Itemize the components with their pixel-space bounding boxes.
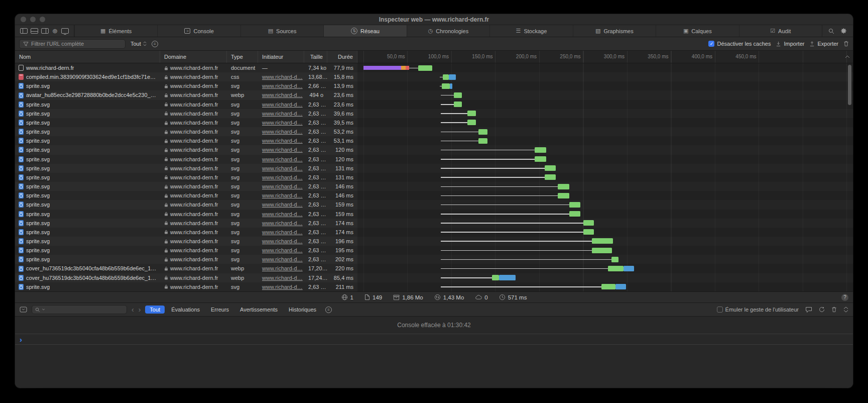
console-scope-icon[interactable] [20,307,27,313]
request-initiator-link[interactable]: www.richard-d… [262,192,303,198]
import-button[interactable]: Importer [776,41,804,47]
element-picker-icon[interactable]: ⊕ [52,28,58,34]
vertical-scrollbar[interactable] [848,65,851,105]
dock-left-icon[interactable] [20,28,28,34]
network-request-row[interactable]: sprite.svgwww.richard-dern.frsvgwww.rich… [15,200,853,209]
device-icon[interactable] [61,28,69,34]
dock-right-icon[interactable] [41,28,49,34]
network-request-row[interactable]: sprite.svgwww.richard-dern.frsvgwww.rich… [15,164,853,173]
console-messages-icon[interactable] [805,307,812,313]
request-initiator-link[interactable]: www.richard-d… [262,138,303,144]
network-request-row[interactable]: sprite.svgwww.richard-dern.frsvgwww.rich… [15,237,853,246]
disable-caches-checkbox[interactable]: ✓ [708,41,714,47]
request-initiator-link[interactable]: www.richard-d… [262,211,303,217]
request-initiator-link[interactable]: www.richard-d… [262,165,303,171]
console-tab-historiques[interactable]: Historiques [284,306,321,314]
request-initiator-link[interactable]: www.richard-d… [262,147,303,153]
console-tab-erreurs[interactable]: Erreurs [206,306,233,314]
search-icon[interactable] [828,28,834,34]
console-collapse-icon[interactable] [843,307,848,313]
url-filter-input[interactable] [31,41,121,47]
tab-sources[interactable]: ▤Sources [240,25,323,37]
network-request-row[interactable]: sprite.svgwww.richard-dern.frsvgwww.rich… [15,255,853,264]
network-request-row[interactable]: cover_hu736519dc3b5040cfa48b6b559b6de6ec… [15,264,853,273]
tab-layers[interactable]: ▣Calques [656,25,738,37]
column-header-initiateur[interactable]: Initiateur [258,51,304,63]
request-initiator-link[interactable]: www.richard-d… [262,284,303,290]
request-initiator-link[interactable]: www.richard-d… [262,247,303,253]
console-search-input[interactable] [47,306,123,314]
request-initiator-link[interactable]: www.richard-d… [262,92,303,98]
request-initiator-link[interactable]: www.richard-d… [262,74,303,80]
network-request-row[interactable]: compiled.min.38390909f303624ed9e1cf1bd3f… [15,72,853,81]
emulate-user-gesture-toggle[interactable]: Émuler le geste de l'utilisateur [717,307,799,313]
media-filter-icon[interactable]: ≡ [152,41,158,47]
console-tab-avertissements[interactable]: Avertissements [235,306,282,314]
dock-bottom-icon[interactable] [31,28,38,34]
request-initiator-link[interactable]: www.richard-d… [262,229,303,235]
request-initiator-link[interactable]: www.richard-d… [262,156,303,162]
column-header-type[interactable]: Type [227,51,258,63]
minimize-button[interactable] [30,17,36,22]
tab-timelines[interactable]: ◷Chronologies [407,25,489,37]
tab-audit[interactable]: ☑Audit [739,25,822,37]
clear-network-trash-icon[interactable] [843,41,849,47]
zoom-button[interactable] [40,17,45,22]
network-request-row[interactable]: sprite.svgwww.richard-dern.frsvgwww.rich… [15,219,853,228]
console-trash-icon[interactable] [831,307,837,313]
network-request-row[interactable]: cover_hu736519dc3b5040cfa48b6b559b6de6ec… [15,273,853,282]
console-search-field[interactable] [32,305,127,314]
settings-gear-icon[interactable] [840,28,847,34]
console-tab-tout[interactable]: Tout [145,306,165,314]
help-icon[interactable]: ? [841,294,848,301]
network-request-row[interactable]: www.richard-dern.frwww.richard-dern.frdo… [15,63,853,72]
network-request-row[interactable]: sprite.svgwww.richard-dern.frsvgwww.rich… [15,182,853,191]
column-header-nom[interactable]: Nom [15,51,160,63]
tab-console[interactable]: >Console [157,25,240,37]
column-header-domaine[interactable]: Domaine [160,51,227,63]
network-request-row[interactable]: sprite.svgwww.richard-dern.frsvgwww.rich… [15,118,853,127]
network-request-row[interactable]: sprite.svgwww.richard-dern.frsvgwww.rich… [15,81,853,90]
timeline-collapse-chevron-icon[interactable] [845,55,850,58]
network-request-row[interactable]: sprite.svgwww.richard-dern.frsvgwww.rich… [15,109,853,118]
network-request-row[interactable]: sprite.svgwww.richard-dern.frsvgwww.rich… [15,145,853,154]
emulate-user-gesture-checkbox[interactable] [717,307,723,313]
request-initiator-link[interactable]: www.richard-d… [262,183,303,189]
request-initiator-link[interactable]: www.richard-d… [262,256,303,262]
request-initiator-link[interactable]: www.richard-d… [262,275,303,281]
resource-type-select[interactable]: Tout [131,41,147,47]
network-request-row[interactable]: avatar_hu85ecc3e298728880b0bde2dcc4e5c23… [15,90,853,99]
close-button[interactable] [21,17,26,22]
tab-graphics[interactable]: ▧Graphismes [573,25,656,37]
network-request-row[interactable]: sprite.svgwww.richard-dern.frsvgwww.rich… [15,246,853,255]
network-request-row[interactable]: sprite.svgwww.richard-dern.frsvgwww.rich… [15,100,853,109]
url-filter-field[interactable] [19,39,126,49]
network-request-row[interactable]: sprite.svgwww.richard-dern.frsvgwww.rich… [15,191,853,200]
console-refresh-icon[interactable] [819,307,825,313]
network-request-row[interactable]: sprite.svgwww.richard-dern.frsvgwww.rich… [15,228,853,237]
tab-network[interactable]: ⇅Réseau [323,25,406,37]
request-initiator-link[interactable]: www.richard-d… [262,102,303,108]
tab-storage[interactable]: ☰Stockage [489,25,572,37]
network-request-row[interactable]: sprite.svgwww.richard-dern.frsvgwww.rich… [15,282,853,291]
request-initiator-link[interactable]: www.richard-d… [262,265,303,271]
back-arrow-icon[interactable]: ‹ [132,306,134,313]
request-initiator-link[interactable]: www.richard-d… [262,238,303,244]
console-tab-evaluations[interactable]: Évaluations [167,306,204,314]
request-initiator-link[interactable]: www.richard-d… [262,220,303,226]
network-request-row[interactable]: sprite.svgwww.richard-dern.frsvgwww.rich… [15,210,853,219]
network-request-row[interactable]: sprite.svgwww.richard-dern.frsvgwww.rich… [15,155,853,164]
export-button[interactable]: Exporter [809,41,838,47]
request-initiator-link[interactable]: www.richard-d… [262,83,303,89]
network-request-row[interactable]: sprite.svgwww.richard-dern.frsvgwww.rich… [15,127,853,136]
console-sources-filter-icon[interactable]: ≡ [325,307,332,313]
forward-arrow-icon[interactable]: › [139,306,141,313]
disable-caches-toggle[interactable]: ✓ Désactiver les caches [708,41,771,47]
network-request-row[interactable]: sprite.svgwww.richard-dern.frsvgwww.rich… [15,173,853,182]
console-prompt[interactable]: › [15,334,853,345]
tab-elements[interactable]: ▦Éléments [74,25,157,37]
request-initiator-link[interactable]: www.richard-d… [262,201,303,208]
column-header-taille[interactable]: Taille [304,51,327,63]
request-initiator-link[interactable]: www.richard-d… [262,120,303,126]
request-initiator-link[interactable]: www.richard-d… [262,129,303,135]
